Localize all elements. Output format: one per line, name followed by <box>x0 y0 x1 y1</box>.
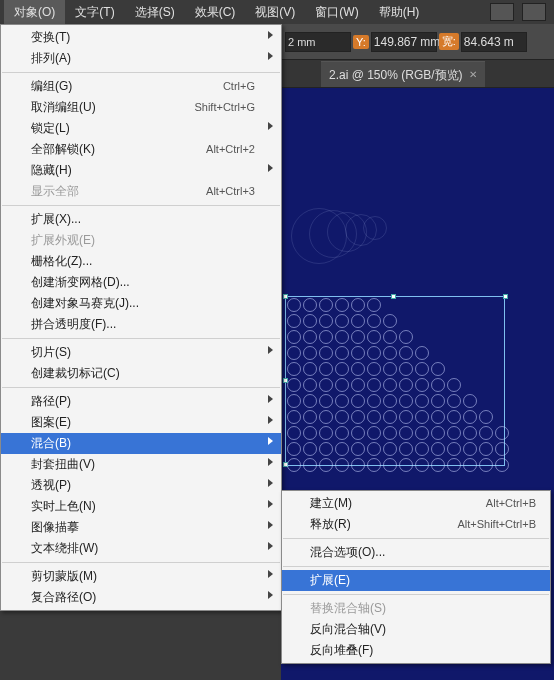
menu-item-label: 锁定(L) <box>31 118 70 139</box>
artwork-circle <box>383 394 397 408</box>
menu-item[interactable]: 实时上色(N) <box>1 496 281 517</box>
artwork-circle <box>383 362 397 376</box>
menu-item[interactable]: 拼合透明度(F)... <box>1 314 281 335</box>
menu-item[interactable]: 透视(P) <box>1 475 281 496</box>
artwork-circle <box>479 426 493 440</box>
menu-shortcut: Alt+Ctrl+3 <box>206 181 255 202</box>
tab-prefix-icon[interactable] <box>281 61 317 87</box>
artwork-circle <box>319 362 333 376</box>
x-value-fragment[interactable]: 2 mm <box>285 32 351 52</box>
menu-item[interactable]: 路径(P) <box>1 391 281 412</box>
menu-item[interactable]: 图像描摹 <box>1 517 281 538</box>
artwork-circle <box>319 378 333 392</box>
artwork-circle <box>367 394 381 408</box>
menu-item[interactable]: 全部解锁(K)Alt+Ctrl+2 <box>1 139 281 160</box>
menu-item[interactable]: 变换(T) <box>1 27 281 48</box>
artwork-circle <box>399 378 413 392</box>
artwork-circle <box>287 330 301 344</box>
menu-text[interactable]: 文字(T) <box>65 0 124 24</box>
submenu-item[interactable]: 反向混合轴(V) <box>282 619 550 640</box>
artwork-circle <box>351 394 365 408</box>
artwork-circle <box>319 442 333 456</box>
submenu-item[interactable]: 混合选项(O)... <box>282 542 550 563</box>
menu-view[interactable]: 视图(V) <box>245 0 305 24</box>
artwork-circle <box>415 426 429 440</box>
width-value[interactable]: 84.643 m <box>461 32 527 52</box>
menu-item[interactable]: 取消编组(U)Shift+Ctrl+G <box>1 97 281 118</box>
y-value[interactable]: 149.867 mm <box>371 32 437 52</box>
artwork-circle <box>319 458 333 472</box>
close-icon[interactable]: ✕ <box>469 62 477 88</box>
artwork-circle <box>431 458 445 472</box>
menu-item[interactable]: 复合路径(O) <box>1 587 281 608</box>
artwork-circle <box>383 442 397 456</box>
menu-item[interactable]: 编组(G)Ctrl+G <box>1 76 281 97</box>
menu-item[interactable]: 图案(E) <box>1 412 281 433</box>
selection-handle[interactable] <box>391 294 396 299</box>
menu-item[interactable]: 创建渐变网格(D)... <box>1 272 281 293</box>
menu-item[interactable]: 剪切蒙版(M) <box>1 566 281 587</box>
toolbar-icon-1[interactable] <box>490 3 514 21</box>
menu-item[interactable]: 排列(A) <box>1 48 281 69</box>
artwork-circle <box>415 346 429 360</box>
selection-handle[interactable] <box>503 294 508 299</box>
artwork-circle <box>463 394 477 408</box>
artwork-circle <box>335 298 349 312</box>
submenu-item-label: 建立(M) <box>310 493 352 514</box>
artwork-circle <box>383 346 397 360</box>
menu-select[interactable]: 选择(S) <box>125 0 185 24</box>
submenu-arrow-icon <box>268 591 273 599</box>
menu-item[interactable]: 扩展(X)... <box>1 209 281 230</box>
artwork-circle <box>463 458 477 472</box>
menu-shortcut: Alt+Shift+Ctrl+B <box>457 514 536 535</box>
artwork-circle <box>351 410 365 424</box>
artwork-circle <box>287 458 301 472</box>
artwork-circle <box>367 298 381 312</box>
submenu-item[interactable]: 扩展(E) <box>282 570 550 591</box>
submenu-item[interactable]: 建立(M)Alt+Ctrl+B <box>282 493 550 514</box>
submenu-arrow-icon <box>268 164 273 172</box>
menu-window[interactable]: 窗口(W) <box>305 0 368 24</box>
menu-item[interactable]: 创建对象马赛克(J)... <box>1 293 281 314</box>
menu-effect[interactable]: 效果(C) <box>185 0 246 24</box>
menu-help[interactable]: 帮助(H) <box>369 0 430 24</box>
menu-separator <box>2 338 280 339</box>
menu-item-label: 编组(G) <box>31 76 72 97</box>
menu-item[interactable]: 锁定(L) <box>1 118 281 139</box>
submenu-arrow-icon <box>268 122 273 130</box>
selection-handle[interactable] <box>283 294 288 299</box>
submenu-arrow-icon <box>268 542 273 550</box>
artwork-circle <box>415 378 429 392</box>
menu-item[interactable]: 混合(B) <box>1 433 281 454</box>
artwork-circle <box>447 410 461 424</box>
menu-item-label: 切片(S) <box>31 342 71 363</box>
menu-item[interactable]: 文本绕排(W) <box>1 538 281 559</box>
artwork-circle <box>431 378 445 392</box>
submenu-item[interactable]: 反向堆叠(F) <box>282 640 550 661</box>
toolbar-icon-2[interactable] <box>522 3 546 21</box>
menu-item[interactable]: 栅格化(Z)... <box>1 251 281 272</box>
artwork-circle <box>431 426 445 440</box>
submenu-item[interactable]: 释放(R)Alt+Shift+Ctrl+B <box>282 514 550 535</box>
menu-shortcut: Ctrl+G <box>223 76 255 97</box>
menu-item[interactable]: 切片(S) <box>1 342 281 363</box>
artwork-circle <box>303 410 317 424</box>
artwork-circle <box>319 330 333 344</box>
tab-label: 2.ai @ 150% (RGB/预览) <box>329 62 463 88</box>
artwork-circle <box>351 426 365 440</box>
menu-item[interactable]: 创建裁切标记(C) <box>1 363 281 384</box>
menu-object[interactable]: 对象(O) <box>4 0 65 24</box>
menu-item[interactable]: 封套扭曲(V) <box>1 454 281 475</box>
artwork-circle <box>351 330 365 344</box>
artwork-circle <box>335 410 349 424</box>
artwork-circle <box>431 410 445 424</box>
artwork-circle <box>351 314 365 328</box>
artwork-circle <box>495 442 509 456</box>
submenu-arrow-icon <box>268 31 273 39</box>
artwork-circle <box>399 394 413 408</box>
menu-item-label: 全部解锁(K) <box>31 139 95 160</box>
menu-item[interactable]: 隐藏(H) <box>1 160 281 181</box>
submenu-item: 替换混合轴(S) <box>282 598 550 619</box>
artwork-circle <box>367 362 381 376</box>
document-tab[interactable]: 2.ai @ 150% (RGB/预览) ✕ <box>321 61 485 87</box>
